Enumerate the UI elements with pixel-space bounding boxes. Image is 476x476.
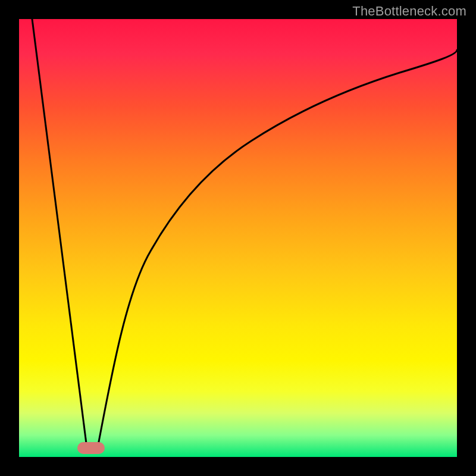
- watermark-text: TheBottleneck.com: [352, 4, 466, 19]
- bottleneck-marker: [77, 442, 105, 454]
- plot-area: [19, 19, 457, 457]
- curve-left-branch: [32, 19, 87, 448]
- curve-layer: [19, 19, 457, 457]
- curve-right-branch: [98, 50, 457, 448]
- chart-frame: TheBottleneck.com: [0, 0, 476, 476]
